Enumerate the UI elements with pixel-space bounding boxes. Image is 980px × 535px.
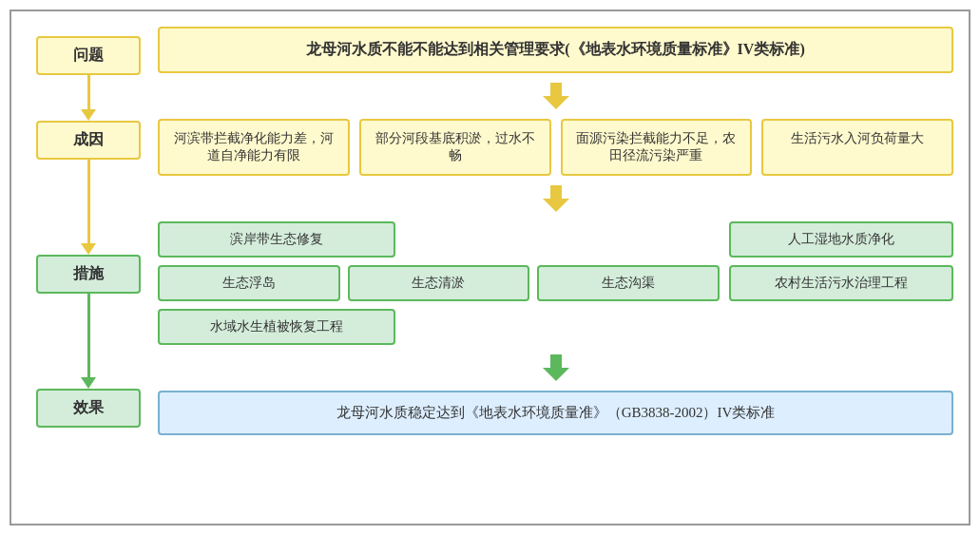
arrow-cause-measure-right [158,187,953,210]
measure-section: 滨岸带生态修复 生态浮岛 生态清淤 生态沟渠 [158,221,953,345]
effect-box: 龙母河水质稳定达到《地表水环境质量准》（GB3838-2002）IV类标准 [158,391,953,435]
label-cause: 成因 [36,121,141,160]
measure-row-2: 生态浮岛 生态清淤 生态沟渠 [158,265,720,301]
cause-box-1: 河滨带拦截净化能力差，河道自净能力有限 [158,119,350,176]
measure-eco-ditch: 生态沟渠 [537,265,720,301]
left-column: 问题 成因 措施 效果 [27,27,150,508]
cause-box-3: 面源污染拦截能力不足，农田径流污染严重 [561,119,753,176]
cause-row: 河滨带拦截净化能力差，河道自净能力有限 部分河段基底积淤，过水不畅 面源污染拦截… [158,119,953,176]
measure-right: 人工湿地水质净化 农村生活污水治理工程 [729,221,953,345]
measure-eco-dredge: 生态清淤 [348,265,530,301]
arrow-measure-effect-right [158,356,953,379]
problem-box: 龙母河水质不能不能达到相关管理要求(《地表水环境质量标准》IV类标准) [158,27,953,73]
right-column: 龙母河水质不能不能达到相关管理要求(《地表水环境质量标准》IV类标准) 河滨带拦… [150,27,953,508]
measure-left: 滨岸带生态修复 生态浮岛 生态清淤 生态沟渠 [158,221,720,345]
label-problem: 问题 [36,36,141,75]
cause-box-4: 生活污水入河负荷量大 [761,119,953,176]
cause-box-2: 部分河段基底积淤，过水不畅 [359,119,551,176]
measure-row-1: 滨岸带生态修复 [158,221,720,258]
measure-aquatic-restore: 水域水生植被恢复工程 [158,309,395,345]
label-measure: 措施 [36,255,141,294]
measure-float-island: 生态浮岛 [158,265,340,301]
arrow-problem-cause-right [158,85,953,107]
label-effect: 效果 [36,389,141,428]
measure-row-3: 水域水生植被恢复工程 [158,309,720,345]
measure-riparian: 滨岸带生态修复 [158,221,395,258]
diagram-wrapper: 问题 成因 措施 效果 龙母河水质不 [10,10,970,525]
arrow-problem-cause [81,75,96,121]
measure-wetland: 人工湿地水质净化 [729,221,953,258]
measure-village-sewage: 农村生活污水治理工程 [729,265,953,301]
